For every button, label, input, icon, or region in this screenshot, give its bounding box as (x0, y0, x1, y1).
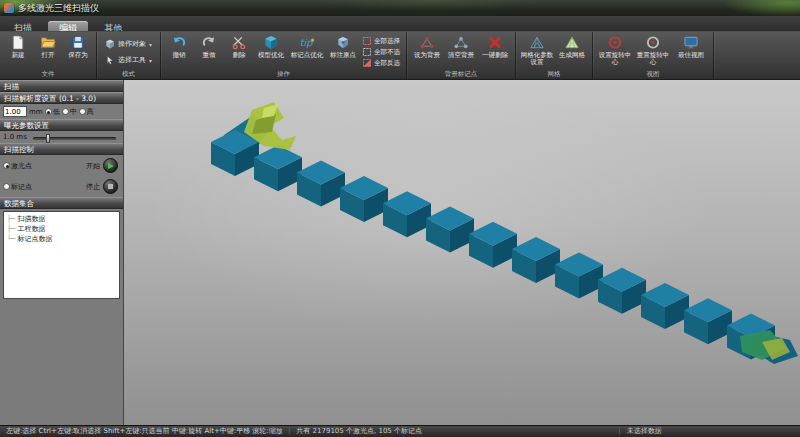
scissors-icon (231, 35, 247, 50)
resolution-section-header[interactable]: 扫描解析度设置 (0.1 - 3.0) (0, 92, 123, 104)
window-title: 多线激光三维扫描仪 (18, 2, 99, 15)
radio-icon (79, 108, 86, 115)
best-view-button[interactable]: 最佳视图 (672, 33, 710, 71)
delete-button[interactable]: 删除 (224, 33, 254, 71)
select-none-icon (363, 48, 371, 56)
reset-rotation-center-button[interactable]: 重置旋转中心 (634, 33, 672, 71)
resolution-radio-high[interactable]: 高 (79, 107, 94, 117)
red-x-icon (487, 35, 503, 50)
mesh-parameters-button[interactable]: 网格化参数设置 (519, 33, 555, 71)
viewport-3d[interactable] (124, 80, 800, 425)
button-label: 全部不选 (374, 48, 400, 57)
button-label: 删除 (233, 51, 246, 59)
app-icon (4, 3, 14, 13)
exposure-slider[interactable] (33, 137, 116, 140)
exposure-section-header[interactable]: 曝光参数设置 (0, 119, 123, 131)
select-tool-button[interactable]: 选择工具 ▾ (102, 54, 155, 66)
svg-text:tip: tip (300, 38, 313, 49)
model-optimize-button[interactable]: 模型优化 (254, 33, 288, 71)
button-label: 标记点优化 (291, 51, 324, 59)
button-label: 标注原点 (330, 51, 356, 59)
button-label: 保存为 (68, 51, 88, 59)
ribbon-group-operations: 撤销 重做 删除 模型优化 (161, 32, 407, 79)
radio-label: 高 (87, 107, 94, 117)
button-label: 一键删除 (482, 51, 508, 59)
list-item-project-data[interactable]: ├─工程数据 (7, 224, 119, 234)
laser-point-radio[interactable]: 激光点 (3, 161, 32, 171)
origin-axes-icon (335, 35, 351, 50)
button-label: 选择工具 (118, 55, 146, 65)
ribbon-group-view: 设置旋转中心 重置旋转中心 最佳视图 视图 (593, 32, 714, 79)
resolution-radio-low[interactable]: 低 (45, 107, 60, 117)
select-invert-button[interactable]: 全部反选 (363, 59, 400, 68)
list-item-scan-data[interactable]: ├─扫描数据 (7, 214, 119, 224)
scan-section-header[interactable]: 扫描 (0, 80, 123, 92)
redo-icon (201, 35, 217, 50)
mesh-generate-icon (564, 35, 580, 50)
object-cube-icon (105, 39, 115, 49)
best-view-icon (683, 35, 699, 50)
sidebar: 扫描 扫描解析度设置 (0.1 - 3.0) mm 低 中 高 曝光参数设置 1… (0, 80, 124, 425)
save-as-button[interactable]: 保存为 (63, 33, 93, 71)
button-label: 设置旋转中心 (599, 51, 632, 66)
button-label: 网格化参数设置 (521, 51, 554, 66)
ribbon-group-background-markers: 设为背景 清空背景 一键删除 背景标记点 (407, 32, 516, 79)
select-none-button[interactable]: 全部不选 (363, 48, 400, 57)
resolution-controls: mm 低 中 高 (0, 104, 123, 119)
undo-button[interactable]: 撤销 (164, 33, 194, 71)
group-label-background-markers: 背景标记点 (407, 70, 515, 79)
stop-icon (108, 184, 113, 189)
scan-control-section-header[interactable]: 扫描控制 (0, 143, 123, 155)
marker-point-radio[interactable]: 标记点 (3, 182, 32, 192)
button-label: 全部选择 (374, 37, 400, 46)
statusbar: 左键:选择 Ctrl+左键:取消选择 Shift+左键:只选当前 中键:旋转 A… (0, 425, 800, 437)
operate-object-button[interactable]: 操作对象 ▾ (102, 38, 155, 50)
point-counts: 共有 2179105 个激光点, 105 个标记点 (290, 426, 618, 437)
scan-control-row-laser: 激光点 开始 (0, 155, 123, 176)
rotation-center-reset-icon (645, 35, 661, 50)
start-scan-button[interactable] (103, 158, 118, 173)
clear-background-button[interactable]: 清空背景 (444, 33, 478, 71)
radio-icon (3, 183, 10, 190)
exposure-value: 1.0 ms (3, 133, 27, 141)
button-label: 生成网格 (559, 51, 585, 59)
mark-origin-button[interactable]: 标注原点 (326, 33, 360, 71)
dataset-list[interactable]: ├─扫描数据 ├─工程数据 └─标记点数据 (3, 211, 120, 299)
exposure-controls: 1.0 ms (0, 131, 123, 143)
list-item-marker-data[interactable]: └─标记点数据 (7, 234, 119, 244)
generate-mesh-button[interactable]: 生成网格 (555, 33, 589, 71)
radio-label: 标记点 (11, 182, 32, 192)
resolution-input[interactable] (3, 106, 27, 117)
one-key-delete-button[interactable]: 一键删除 (478, 33, 512, 71)
titlebar[interactable]: 多线激光三维扫描仪 (0, 0, 800, 16)
scan-point-cloud[interactable] (124, 80, 800, 425)
list-item-label: 工程数据 (17, 224, 45, 234)
set-rotation-center-button[interactable]: 设置旋转中心 (596, 33, 634, 71)
select-all-icon (363, 37, 371, 45)
new-document-icon (10, 35, 26, 50)
network-dots-clear-icon (453, 35, 469, 50)
new-button[interactable]: 新建 (3, 33, 33, 71)
slider-thumb[interactable] (46, 134, 50, 143)
select-invert-icon (363, 59, 371, 67)
mesh-settings-icon (529, 35, 545, 50)
ribbon-group-file: 新建 打开 保存为 文件 (0, 32, 97, 79)
radio-icon (62, 108, 69, 115)
rotation-center-set-icon (607, 35, 623, 50)
open-button[interactable]: 打开 (33, 33, 63, 71)
button-label: 设为背景 (414, 51, 440, 59)
mouse-hints: 左键:选择 Ctrl+左键:取消选择 Shift+左键:只选当前 中键:旋转 A… (0, 426, 288, 437)
resolution-radio-mid[interactable]: 中 (62, 107, 77, 117)
set-background-button[interactable]: 设为背景 (410, 33, 444, 71)
select-all-button[interactable]: 全部选择 (363, 37, 400, 46)
stop-label: 停止 (86, 182, 100, 192)
dataset-section-header[interactable]: 数据集合 (0, 197, 123, 209)
stop-scan-button[interactable] (103, 179, 118, 194)
redo-button[interactable]: 重做 (194, 33, 224, 71)
radio-label: 中 (70, 107, 77, 117)
scan-control-row-marker: 标记点 停止 (0, 176, 123, 197)
tree-branch-icon: └─ (7, 234, 15, 244)
resolution-unit: mm (29, 108, 43, 116)
marker-optimize-button[interactable]: tip 标记点优化 (288, 33, 326, 71)
radio-label: 激光点 (11, 161, 32, 171)
